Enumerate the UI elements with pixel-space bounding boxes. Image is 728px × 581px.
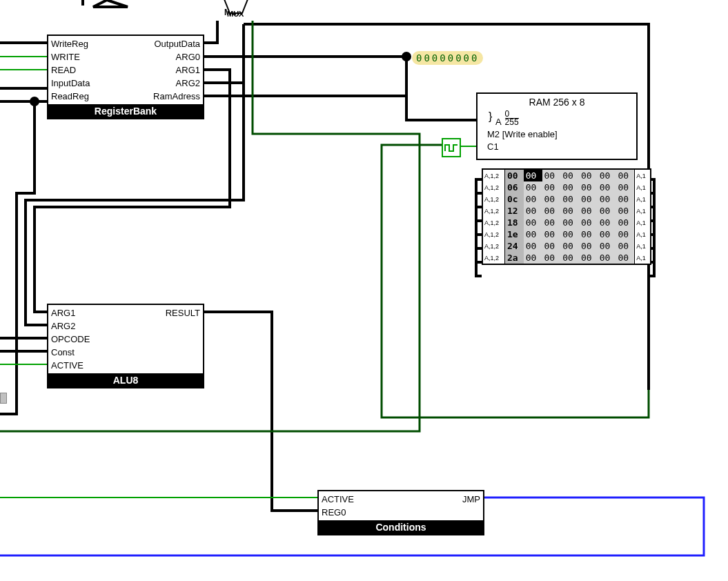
ram-pin-right: A,1 — [635, 217, 650, 228]
alu-left-ports: ARG1 ARG2 OPCODE Const ACTIVE — [48, 305, 92, 373]
ram-cell[interactable]: 00 — [579, 181, 598, 193]
port-jmp: JMP — [462, 493, 480, 506]
port-readreg: ReadReg — [51, 90, 90, 103]
ram-addr-cell[interactable]: 18 — [504, 217, 523, 228]
ram-addr-cell[interactable]: 06 — [504, 181, 523, 193]
ram-row: A,1,20c000000000000A,1 — [483, 193, 650, 205]
ram-pin-right: A,1 — [635, 193, 650, 205]
port-inputdata: InputData — [51, 77, 90, 90]
ram-cell[interactable]: 00 — [616, 205, 634, 217]
ram-cell[interactable]: 00 — [560, 228, 579, 240]
ram-cell[interactable]: 00 — [560, 217, 579, 228]
ram-cell[interactable]: 00 — [542, 252, 561, 264]
ram-cell[interactable]: 00 — [560, 252, 579, 264]
ram-cell[interactable]: 00 — [598, 240, 616, 252]
ram-cell[interactable]: 00 — [524, 228, 542, 240]
ram-pin-left: A,1,2 — [483, 193, 504, 205]
ram-cell[interactable]: 00 — [616, 170, 634, 181]
ram-cell[interactable]: 00 — [524, 193, 542, 205]
ram-cell[interactable]: 00 — [542, 228, 561, 240]
port-read: READ — [51, 63, 90, 77]
register-bank-right-ports: OutputData ARG0 ARG1 ARG2 RamAdress — [150, 36, 203, 104]
ram-addr-cell[interactable]: 00 — [504, 170, 523, 181]
ram-cell[interactable]: 00 — [542, 170, 561, 181]
ram-cell[interactable]: 00 — [616, 217, 634, 228]
ram-pin-left: A,1,2 — [483, 217, 504, 228]
ram-cell[interactable]: 00 — [560, 181, 579, 193]
ram-row: A,1,200000000000000A,1 — [483, 170, 650, 181]
ram-cell[interactable]: 00 — [616, 228, 634, 240]
clock-icon[interactable] — [442, 138, 461, 157]
ram-cell[interactable]: 00 — [598, 205, 616, 217]
bit-display: 00000000 — [412, 51, 483, 65]
ram-pin-left: A,1,2 — [483, 181, 504, 193]
port-alu-arg1: ARG1 — [51, 306, 90, 319]
ram-pin-left: A,1,2 — [483, 252, 504, 264]
ram-cell[interactable]: 00 — [542, 240, 561, 252]
ram-addr-cell[interactable]: 12 — [504, 205, 523, 217]
ram-cell[interactable]: 00 — [579, 240, 598, 252]
ram-addr-cell[interactable]: 24 — [504, 240, 523, 252]
ram-pin-right: A,1 — [635, 181, 650, 193]
ram-cell[interactable]: 00 — [524, 240, 542, 252]
ram-pin-right: A,1 — [635, 240, 650, 252]
port-ramaddress: RamAdress — [153, 90, 200, 103]
register-bank-block[interactable]: WriteReg WRITE READ InputData ReadReg Ou… — [47, 35, 204, 119]
port-alu-arg2: ARG2 — [51, 319, 90, 333]
ram-data[interactable]: A,1,200000000000000A,1A,1,20600000000000… — [482, 168, 651, 265]
mux-text: MUX — [227, 10, 244, 18]
ram-clock: C1 — [487, 141, 636, 153]
ram-cell[interactable]: 00 — [524, 170, 542, 181]
pin-stub-icon — [0, 393, 7, 404]
ram-cell[interactable]: 00 — [598, 193, 616, 205]
ram-pin-right: A,1 — [635, 205, 650, 217]
ram-cell[interactable]: 00 — [616, 193, 634, 205]
ram-cell[interactable]: 00 — [579, 217, 598, 228]
ram-cell[interactable]: 00 — [560, 170, 579, 181]
ram-pin-right: A,1 — [635, 252, 650, 264]
register-bank-left-ports: WriteReg WRITE READ InputData ReadReg — [48, 36, 92, 104]
ram-cell[interactable]: 00 — [579, 205, 598, 217]
ram-cell[interactable]: 00 — [560, 193, 579, 205]
ram-cell[interactable]: 00 — [598, 217, 616, 228]
ram-pin-left: A,1,2 — [483, 240, 504, 252]
port-result: RESULT — [166, 306, 200, 319]
port-write: WRITE — [51, 50, 90, 63]
ram-cell[interactable]: 00 — [542, 181, 561, 193]
port-const: Const — [51, 346, 90, 359]
ram-addr-cell[interactable]: 1e — [504, 228, 523, 240]
port-opcode: OPCODE — [51, 333, 90, 346]
ram-cell[interactable]: 00 — [579, 170, 598, 181]
port-writereg: WriteReg — [51, 37, 90, 50]
ram-cell[interactable]: 00 — [598, 252, 616, 264]
ram-cell[interactable]: 00 — [579, 193, 598, 205]
ram-cell[interactable]: 00 — [598, 170, 616, 181]
ram-cell[interactable]: 00 — [616, 181, 634, 193]
ram-cell[interactable]: 00 — [524, 252, 542, 264]
ram-cell[interactable]: 00 — [542, 205, 561, 217]
ram-cell[interactable]: 00 — [616, 240, 634, 252]
ram-row: A,1,22a000000000000A,1 — [483, 252, 650, 264]
ram-cell[interactable]: 00 — [542, 193, 561, 205]
ram-cell[interactable]: 00 — [579, 252, 598, 264]
conditions-block[interactable]: ACTIVE REG0 JMP Conditions — [317, 490, 484, 535]
alu-block[interactable]: ARG1 ARG2 OPCODE Const ACTIVE RESULT ALU… — [47, 304, 204, 388]
ram-cell[interactable]: 00 — [598, 228, 616, 240]
conditions-left-ports: ACTIVE REG0 — [319, 491, 357, 520]
ram-addr-cell[interactable]: 2a — [504, 252, 523, 264]
ram-cell[interactable]: 00 — [579, 228, 598, 240]
ram-cell[interactable]: 00 — [524, 205, 542, 217]
ram-cell[interactable]: 00 — [598, 181, 616, 193]
ram-write-enable: M2 [Write enable] — [487, 128, 636, 141]
ram-addr-cell[interactable]: 0c — [504, 193, 523, 205]
ram-cell[interactable]: 00 — [616, 252, 634, 264]
ram-cell[interactable]: 00 — [524, 181, 542, 193]
ram-cell[interactable]: 00 — [542, 217, 561, 228]
ram-ports: } A 0 255 M2 [Write enable] C1 — [478, 110, 636, 153]
port-arg0: ARG0 — [153, 50, 200, 63]
port-active: ACTIVE — [51, 359, 90, 372]
ram-cell[interactable]: 00 — [560, 240, 579, 252]
ram-cell[interactable]: 00 — [560, 205, 579, 217]
ram-cell[interactable]: 00 — [524, 217, 542, 228]
ram-block[interactable]: RAM 256 x 8 } A 0 255 M2 [Write enable] … — [476, 92, 638, 160]
